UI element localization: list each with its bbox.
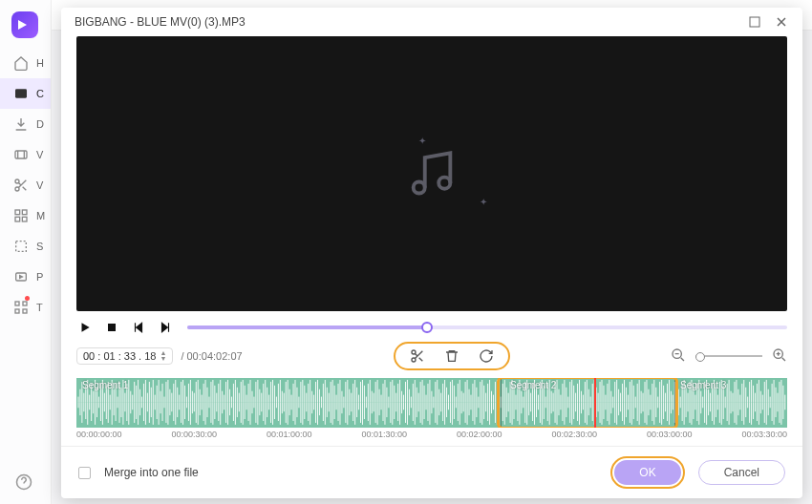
- svg-rect-10: [15, 302, 19, 305]
- svg-point-19: [412, 350, 416, 354]
- sidebar-item-9[interactable]: T: [0, 292, 51, 323]
- music-note-icon: [404, 146, 459, 201]
- help-icon[interactable]: [0, 473, 51, 494]
- selection-highlight: [497, 378, 678, 428]
- notification-dot-icon: [25, 296, 30, 301]
- zoom-slider[interactable]: [695, 355, 762, 357]
- svg-rect-15: [750, 17, 759, 27]
- minimize-button[interactable]: [741, 11, 768, 32]
- segment-label-c: Segment 3: [680, 380, 726, 390]
- main-area: V BIGBANG - BLUE MV(0) (3).MP3 ✦ ✦: [52, 0, 812, 504]
- sidebar-item-cut[interactable]: V: [0, 170, 51, 200]
- prev-button[interactable]: [130, 319, 147, 336]
- sidebar-item-8[interactable]: P: [0, 262, 51, 292]
- stop-button[interactable]: [103, 319, 120, 336]
- close-button[interactable]: [768, 11, 795, 32]
- sparkle-icon: ✦: [418, 136, 426, 146]
- timeline-ticks: 00:00:00:00 00:00:30:00 00:01:00:00 00:0…: [76, 430, 787, 439]
- sidebar-item-6[interactable]: M: [0, 200, 51, 231]
- svg-point-16: [414, 181, 425, 193]
- svg-point-20: [412, 358, 416, 362]
- delete-tool[interactable]: [443, 347, 460, 365]
- svg-rect-1: [15, 151, 27, 158]
- segment-label-a: Segment 1: [82, 380, 128, 390]
- play-button[interactable]: [76, 319, 94, 336]
- dialog-title: BIGBANG - BLUE MV(0) (3).MP3: [75, 15, 741, 29]
- svg-rect-8: [16, 242, 27, 252]
- next-button[interactable]: [157, 319, 174, 336]
- seek-slider[interactable]: [187, 326, 787, 329]
- svg-rect-5: [22, 210, 27, 215]
- svg-rect-4: [15, 210, 20, 215]
- waveform-timeline[interactable]: Segment 1 Segment 2 Segment 3: [76, 378, 787, 428]
- svg-point-2: [15, 179, 19, 183]
- sidebar-item-convert[interactable]: C: [0, 78, 51, 109]
- svg-point-17: [438, 178, 450, 189]
- cut-tool[interactable]: [409, 347, 426, 365]
- reset-tool[interactable]: [478, 347, 495, 365]
- time-input[interactable]: 00 : 01 : 33 . 18 ▲▼: [76, 347, 173, 365]
- svg-rect-12: [15, 309, 19, 313]
- svg-rect-7: [15, 217, 20, 221]
- svg-rect-0: [15, 89, 27, 97]
- ok-highlight: OK: [610, 456, 684, 489]
- sidebar-item-4[interactable]: V: [0, 139, 51, 170]
- time-stepper[interactable]: ▲▼: [160, 350, 166, 362]
- sparkle-icon: ✦: [480, 197, 487, 207]
- svg-rect-6: [22, 217, 27, 221]
- sidebar: H C D V V M S P T: [0, 0, 52, 504]
- svg-point-3: [15, 187, 19, 191]
- edit-tools-highlight: [394, 342, 510, 370]
- trim-dialog: BIGBANG - BLUE MV(0) (3).MP3 ✦ ✦: [61, 8, 802, 498]
- zoom-in-button[interactable]: [772, 347, 787, 365]
- merge-checkbox[interactable]: [78, 467, 91, 479]
- svg-rect-11: [23, 302, 27, 305]
- media-preview: ✦ ✦: [76, 36, 787, 311]
- svg-rect-18: [108, 324, 116, 331]
- sidebar-item-7[interactable]: S: [0, 231, 51, 262]
- svg-rect-13: [23, 309, 27, 313]
- merge-label: Merge into one file: [104, 466, 199, 479]
- ok-button[interactable]: OK: [614, 460, 680, 485]
- sidebar-item-download[interactable]: D: [0, 109, 51, 139]
- sidebar-item-0[interactable]: H: [0, 48, 51, 78]
- total-duration: / 00:04:02:07: [181, 350, 242, 362]
- playhead[interactable]: [594, 378, 596, 428]
- zoom-out-button[interactable]: [671, 347, 686, 365]
- app-logo-icon: [11, 11, 38, 38]
- cancel-button[interactable]: Cancel: [698, 460, 785, 485]
